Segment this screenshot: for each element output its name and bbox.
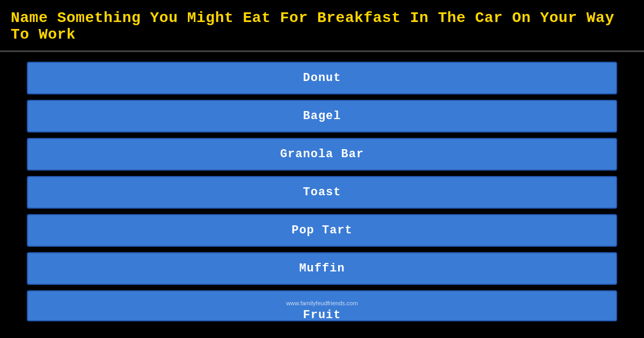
answer-row-7-partial[interactable]: www.familyfeudfriends.com Fruit (27, 290, 617, 321)
answer-row-2[interactable]: Bagel (27, 100, 617, 133)
answer-label-4: Toast (303, 186, 341, 199)
watermark-text: www.familyfeudfriends.com (39, 300, 605, 306)
answer-row-6[interactable]: Muffin (27, 252, 617, 285)
answer-row-5[interactable]: Pop Tart (27, 214, 617, 247)
answer-row-3[interactable]: Granola Bar (27, 138, 617, 171)
answer-label-3: Granola Bar (280, 148, 364, 161)
answers-content: Donut Bagel Granola Bar Toast Pop Tart M… (0, 52, 644, 327)
answer-row-4[interactable]: Toast (27, 176, 617, 209)
answer-label-7: Fruit (303, 308, 341, 321)
answer-label-1: Donut (303, 71, 341, 85)
answer-label-2: Bagel (303, 109, 341, 123)
answer-label-6: Muffin (299, 262, 345, 275)
header: Name Something You Might Eat For Breakfa… (0, 0, 644, 52)
answer-row-1[interactable]: Donut (27, 62, 617, 94)
page-title: Name Something You Might Eat For Breakfa… (11, 10, 614, 43)
answer-label-5: Pop Tart (291, 224, 353, 237)
